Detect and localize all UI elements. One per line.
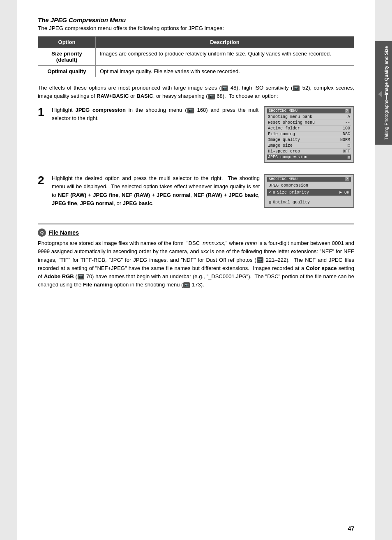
file-names-section: Q File Names Photographs are stored as i…: [38, 224, 354, 289]
screen1-row-1: Shooting menu bankA: [267, 114, 351, 120]
screen1-row-8: JPEG compression▤: [267, 155, 351, 160]
screen2-row-size-priority: ✓ ▤ Size priority ► OK: [267, 189, 351, 196]
screen1-title-text: SHOOTING MENU: [269, 109, 297, 113]
step2-left: 2 Highlight the desired option and press…: [38, 174, 260, 211]
table-row: Optimal quality Optimal image quality. F…: [38, 66, 354, 77]
step1-wrapper: 1 Highlight JPEG compression in the shoo…: [38, 106, 354, 166]
section-title: The JPEG Compression Menu: [38, 16, 354, 23]
table-header-description: Description: [96, 37, 354, 48]
option-size-priority: Size priority(default): [38, 48, 96, 66]
step1-screen: SHOOTING MENU ? Shooting menu bankA Rese…: [264, 106, 354, 166]
step2-number: 2: [38, 174, 48, 187]
page-number: 47: [348, 525, 354, 532]
ref-icon-48: 📷: [221, 85, 228, 91]
section-subtitle: The JPEG compression menu offers the fol…: [38, 25, 354, 31]
step1-number: 1: [38, 106, 48, 119]
ref-icon-68: 📷: [208, 94, 215, 99]
screen1-title: SHOOTING MENU ?: [267, 108, 351, 113]
file-names-header: Q File Names: [38, 228, 354, 237]
page-container: Taking Photographs—Image Quality and Siz…: [17, 0, 375, 540]
side-tab: Taking Photographs—Image Quality and Siz…: [375, 41, 392, 145]
step1-left: 1 Highlight JPEG compression in the shoo…: [38, 106, 260, 166]
file-names-icon: Q: [38, 228, 46, 237]
step1-content: Highlight JPEG compression in the shooti…: [52, 106, 260, 122]
step2-wrapper: 2 Highlight the desired option and press…: [38, 174, 354, 211]
screen1-row-4: File namingDSC: [267, 132, 351, 137]
screen1-row-6: Image size□: [267, 143, 351, 149]
side-tab-label: Taking Photographs—Image Quality and Siz…: [384, 46, 389, 140]
body-paragraph: The effects of these options are most pr…: [38, 84, 354, 100]
description-optimal-quality: Optimal image quality. File size varies …: [96, 66, 354, 77]
ref-icon-173: 📷: [183, 282, 190, 288]
screen2-subtitle: JPEG compression: [267, 182, 351, 189]
screen2-row-optimal: ▤ Optimal quality: [267, 199, 351, 205]
ref-icon-52: 📷: [293, 85, 300, 91]
screen1-row-2: Reset shooting menu--: [267, 120, 351, 126]
table-row: Size priority(default) Images are compre…: [38, 48, 354, 66]
ref-icon-70: 📷: [78, 274, 84, 279]
file-names-title: File Names: [48, 229, 79, 236]
file-names-text: Photographs are stored as image files wi…: [38, 239, 354, 289]
screen1-help-icon: ?: [345, 109, 349, 113]
screen2-title: SHOOTING MENU ?: [267, 177, 351, 182]
table-header-option: Option: [38, 37, 96, 48]
options-table: Option Description Size priority(default…: [38, 36, 354, 77]
ref-icon-221: 📷: [257, 257, 263, 263]
camera-screen-1: SHOOTING MENU ? Shooting menu bankA Rese…: [264, 106, 354, 163]
arrow-icon: [378, 91, 382, 97]
option-optimal-quality: Optimal quality: [38, 66, 96, 77]
description-size-priority: Images are compressed to produce relativ…: [96, 48, 354, 66]
camera-screen-2: SHOOTING MENU ? JPEG compression ✓ ▤ Siz…: [264, 174, 354, 208]
ref-icon-168: 📷: [187, 108, 194, 113]
screen1-row-3: Active folder100: [267, 126, 351, 132]
step2-screen: SHOOTING MENU ? JPEG compression ✓ ▤ Siz…: [264, 174, 354, 211]
screen1-row-5: Image qualityNORM: [267, 137, 351, 143]
screen1-row-7: Hi-speed cropOFF: [267, 149, 351, 155]
step2-content: Highlight the desired option and press t…: [52, 174, 260, 208]
